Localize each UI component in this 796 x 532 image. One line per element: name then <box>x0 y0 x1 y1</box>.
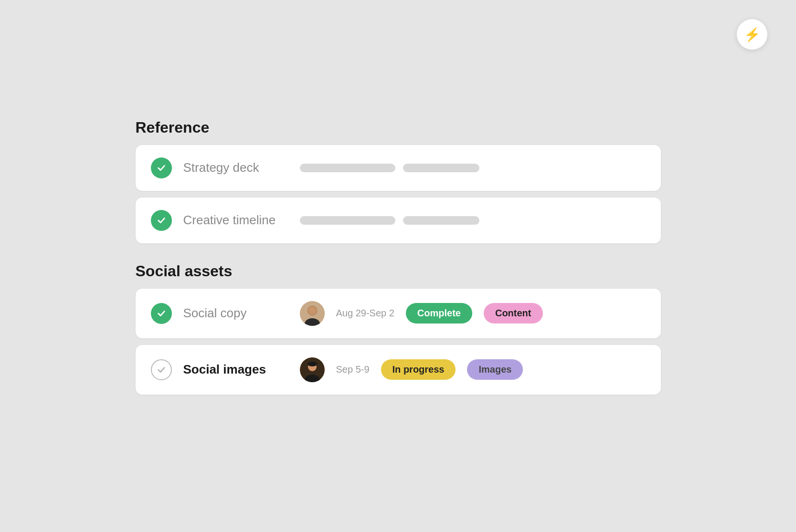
task-title-social-images: Social images <box>183 362 288 377</box>
checkmark-icon <box>156 163 167 173</box>
placeholder-bar-2 <box>403 164 479 172</box>
task-card-creative-timeline[interactable]: Creative timeline <box>136 198 661 243</box>
placeholder-bar-1 <box>300 164 395 172</box>
task-title-social-copy: Social copy <box>183 306 288 321</box>
task-card-social-copy[interactable]: Social copy Aug 29-Sep 2 Complete Conten… <box>136 289 661 338</box>
checkmark-icon <box>156 215 167 226</box>
avatar-social-copy <box>300 301 325 326</box>
avatar-svg-male <box>300 301 325 326</box>
tag-inprogress-social-images[interactable]: In progress <box>381 359 456 380</box>
content-area: Reference Strategy deck <box>136 100 661 433</box>
placeholder-bar-4 <box>403 216 479 225</box>
avatar-social-images <box>300 357 325 382</box>
checkmark-icon <box>156 308 167 319</box>
check-outline-social-images[interactable] <box>151 359 172 380</box>
tag-images-social-images[interactable]: Images <box>467 359 523 380</box>
social-assets-section: Social assets Social copy <box>136 262 661 395</box>
tag-content-social-copy[interactable]: Content <box>484 303 543 323</box>
task-card-social-images[interactable]: Social images Sep 5-9 In progress Images <box>136 345 661 395</box>
lightning-icon: ⚡ <box>744 27 761 42</box>
page-container: ⚡ Reference Strategy deck <box>0 0 796 532</box>
reference-section: Reference Strategy deck <box>136 119 661 243</box>
placeholder-bar-3 <box>300 216 395 225</box>
avatar-svg-female <box>300 357 325 382</box>
svg-point-3 <box>308 306 317 315</box>
task-title-creative-timeline: Creative timeline <box>183 213 288 228</box>
date-social-copy: Aug 29-Sep 2 <box>336 308 394 319</box>
lightning-button[interactable]: ⚡ <box>737 19 767 50</box>
svg-point-8 <box>308 362 317 366</box>
social-assets-section-title: Social assets <box>136 262 661 280</box>
check-outline-icon <box>156 365 167 375</box>
reference-section-title: Reference <box>136 119 661 136</box>
check-complete-strategy-deck[interactable] <box>151 157 172 178</box>
tag-complete-social-copy[interactable]: Complete <box>406 303 472 323</box>
task-title-strategy-deck: Strategy deck <box>183 160 288 175</box>
check-complete-social-copy[interactable] <box>151 303 172 324</box>
task-card-strategy-deck[interactable]: Strategy deck <box>136 145 661 191</box>
date-social-images: Sep 5-9 <box>336 364 370 375</box>
placeholder-bars-strategy-deck <box>300 164 646 172</box>
placeholder-bars-creative-timeline <box>300 216 646 225</box>
check-complete-creative-timeline[interactable] <box>151 210 172 231</box>
